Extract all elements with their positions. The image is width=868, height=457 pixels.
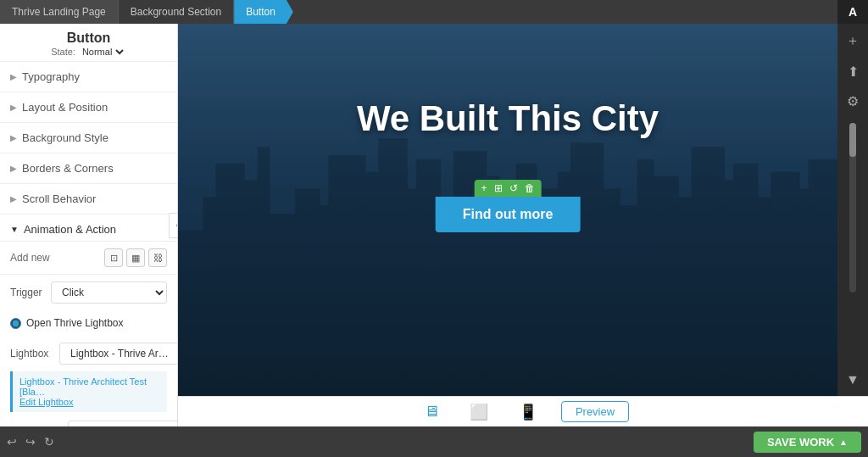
section-background: ▶ Background Style	[0, 123, 177, 153]
right-side-panel: ＋ ⬆ ⚙ ▼	[837, 24, 868, 396]
add-new-row: Add new ⊡ ▦ ⛓	[0, 242, 177, 275]
scroll-down-icon[interactable]: ▼	[843, 369, 863, 391]
sidebar-toggle[interactable]: ‹	[169, 213, 178, 238]
lightbox-row: Lightbox Lightbox - Thrive Ar… ✕	[0, 341, 177, 371]
section-layout-header[interactable]: ▶ Layout & Position	[0, 92, 177, 122]
arrow-icon: ▶	[10, 72, 17, 81]
canvas-headline: We Built This City	[357, 98, 659, 139]
section-layout: ▶ Layout & Position	[0, 92, 177, 123]
bottom-bar: ↩ ↪ ↻ SAVE WORK ▲	[0, 426, 868, 457]
canvas: We Built This City + ⊞ ↺ 🗑 Find out more	[178, 24, 837, 396]
find-out-more-button[interactable]: Find out more	[436, 197, 581, 232]
main-layout: Button State: Normal Hover ▶ Typography …	[0, 24, 868, 426]
sidebar-state: State: Normal Hover	[0, 46, 177, 58]
right-panel: We Built This City + ⊞ ↺ 🗑 Find out more…	[178, 24, 868, 426]
section-background-header[interactable]: ▶ Background Style	[0, 123, 177, 153]
toolbar-add-icon[interactable]: +	[479, 182, 488, 194]
radio-lightbox-input[interactable]	[10, 318, 21, 329]
edit-lightbox-link[interactable]: Edit Lightbox	[19, 397, 160, 407]
sidebar-header: Button State: Normal Hover	[0, 24, 177, 62]
desktop-view-button[interactable]: 🖥	[417, 399, 446, 424]
grid-icon-btn[interactable]: ▦	[126, 248, 145, 267]
section-typography-header[interactable]: ▶ Typography	[0, 62, 177, 92]
arrow-icon: ▶	[10, 164, 17, 173]
breadcrumb-button[interactable]: Button	[234, 0, 293, 24]
arrow-icon: ▶	[10, 103, 17, 112]
section-borders: ▶ Borders & Corners	[0, 153, 177, 184]
save-chevron-icon: ▲	[839, 437, 848, 447]
preview-button[interactable]: Preview	[561, 401, 629, 422]
trigger-select[interactable]: Click Hover Page Load	[51, 281, 167, 304]
animation-row: Animation Instant (No animatio…	[0, 417, 177, 426]
sidebar-title: Button	[0, 31, 177, 46]
link-icon-btn[interactable]: ⛓	[148, 248, 167, 267]
state-select[interactable]: Normal Hover	[79, 46, 126, 58]
breadcrumb-thrive-landing[interactable]: Thrive Landing Page	[0, 0, 119, 24]
scrollbar-thumb[interactable]	[849, 123, 856, 157]
canvas-wrapper: We Built This City + ⊞ ↺ 🗑 Find out more…	[178, 24, 868, 396]
add-new-label: Add new	[10, 252, 50, 264]
action-radio-group: Open Thrive Lightbox	[0, 310, 177, 341]
lightbox-select[interactable]: Lightbox - Thrive Ar…	[59, 343, 178, 365]
animation-label: Animation	[10, 426, 61, 426]
refresh-icon[interactable]: ↻	[44, 435, 54, 449]
toolbar-copy-icon[interactable]: ⊞	[492, 182, 504, 194]
canvas-button-container: + ⊞ ↺ 🗑 Find out more	[436, 180, 581, 232]
app-logo: A	[837, 0, 868, 24]
canvas-button-toolbar: + ⊞ ↺ 🗑	[474, 180, 541, 197]
breadcrumb-background-section[interactable]: Background Section	[119, 0, 234, 24]
toolbar-rotate-icon[interactable]: ↺	[508, 182, 520, 194]
add-new-icons: ⊡ ▦ ⛓	[104, 248, 167, 267]
section-borders-header[interactable]: ▶ Borders & Corners	[0, 153, 177, 183]
lightbox-info-box: Lightbox - Thrive Architect Test [Bla… E…	[10, 371, 167, 412]
sidebar: Button State: Normal Hover ▶ Typography …	[0, 24, 178, 426]
bottom-left-icons: ↩ ↪ ↻	[7, 435, 54, 449]
animation-select[interactable]: Instant (No animatio…	[68, 421, 178, 426]
section-typography: ▶ Typography	[0, 62, 177, 92]
arrow-icon: ▶	[10, 133, 17, 142]
upload-icon[interactable]: ⬆	[844, 60, 862, 83]
mobile-view-button[interactable]: 📱	[512, 399, 544, 425]
lightbox-label: Lightbox	[10, 348, 53, 359]
section-scroll-header[interactable]: ▶ Scroll Behavior	[0, 184, 177, 214]
history-back-icon[interactable]: ↩	[7, 435, 17, 449]
plus-icon[interactable]: ＋	[843, 29, 863, 53]
toggle-icon-btn[interactable]: ⊡	[104, 248, 123, 267]
breadcrumb-bar: Thrive Landing Page Background Section B…	[0, 0, 868, 24]
tablet-view-button[interactable]: ⬜	[463, 399, 495, 425]
section-scroll: ▶ Scroll Behavior	[0, 184, 177, 215]
history-forward-icon[interactable]: ↪	[25, 435, 36, 449]
save-work-button[interactable]: SAVE WORK ▲	[754, 432, 861, 453]
settings-icon[interactable]: ⚙	[843, 90, 862, 113]
trigger-label: Trigger	[10, 287, 44, 298]
arrow-icon: ▶	[10, 194, 17, 203]
section-animation: ▼ Animation & Action Add new ⊡ ▦ ⛓ Trigg…	[0, 215, 177, 426]
trigger-row: Trigger Click Hover Page Load	[0, 275, 177, 310]
scrollbar-track[interactable]	[849, 120, 856, 362]
radio-lightbox: Open Thrive Lightbox	[10, 317, 167, 329]
arrow-icon: ▼	[10, 225, 19, 234]
toolbar-delete-icon[interactable]: 🗑	[523, 182, 537, 194]
canvas-bottom-bar: 🖥 ⬜ 📱 Preview	[178, 396, 868, 426]
scrollbar[interactable]	[849, 123, 856, 293]
section-animation-header[interactable]: ▼ Animation & Action	[0, 215, 177, 242]
